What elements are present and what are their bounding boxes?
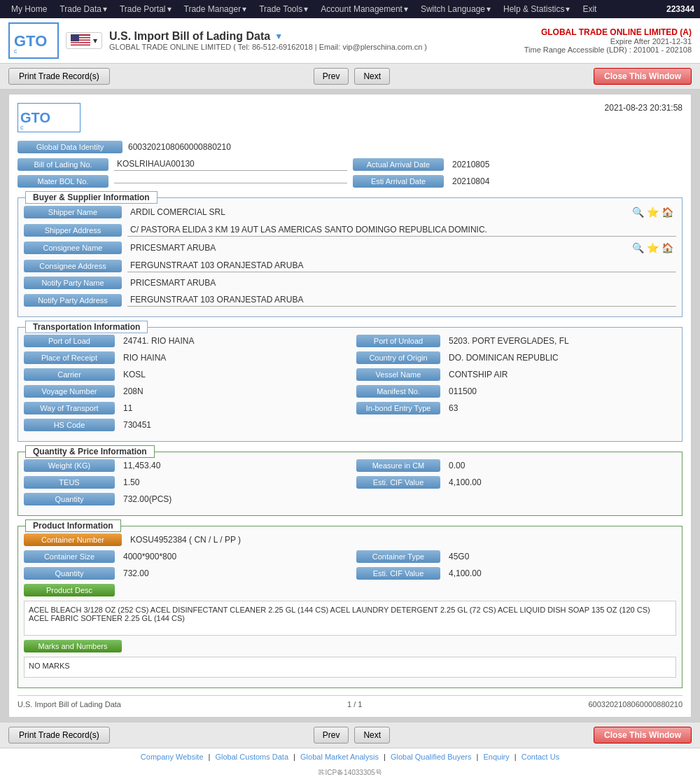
port-of-load-value: 24741. RIO HAINA bbox=[120, 335, 351, 347]
nav-account-management[interactable]: Account Management ▾ bbox=[315, 1, 414, 17]
nav-trade-tools[interactable]: Trade Tools ▾ bbox=[253, 1, 314, 17]
record-footer-right: 6003202108060000880210 bbox=[588, 700, 682, 708]
container-number-value: KOSU4952384 ( CN / L / PP ) bbox=[127, 533, 676, 546]
hs-code-value: 730451 bbox=[120, 419, 676, 431]
esti-arrival-label: Esti Arrival Date bbox=[353, 175, 444, 188]
contact-us-link[interactable]: Contact Us bbox=[522, 753, 559, 761]
quantity-row: Quantity 732.00(PCS) bbox=[24, 493, 676, 505]
shipper-home-icon[interactable]: 🏠 bbox=[662, 207, 673, 218]
svg-text:c: c bbox=[14, 48, 18, 55]
notify-party-address-value: FERGUNSTRAAT 103 ORANJESTAD ARUBA bbox=[127, 293, 676, 307]
global-data-identity-label: Global Data Identity bbox=[18, 141, 122, 153]
inbond-entry-label: In-bond Entry Type bbox=[356, 402, 440, 414]
page-header: GTO c ▾ U.S. Import Bill of Lading Data … bbox=[0, 18, 700, 64]
footer-links: Company Website | Global Customs Data | … bbox=[0, 748, 700, 765]
hs-code-row: HS Code 730451 bbox=[24, 419, 676, 431]
global-data-identity-row: Global Data Identity 6003202108060000880… bbox=[18, 141, 682, 153]
global-market-link[interactable]: Global Market Analysis bbox=[300, 753, 379, 761]
nav-menu: My Home Trade Data ▾ Trade Portal ▾ Trad… bbox=[6, 1, 602, 17]
port-load-unload-row: Port of Load 24741. RIO HAINA Port of Un… bbox=[24, 335, 676, 347]
bol-row: Bill of Lading No. KOSLRIHAUA00130 Actua… bbox=[18, 158, 682, 171]
icp-number: 苏ICP备14033305号 bbox=[3, 768, 697, 775]
nav-trade-data[interactable]: Trade Data ▾ bbox=[54, 1, 113, 17]
mater-bol-row: Mater BOL No. Esti Arrival Date 20210804 bbox=[18, 175, 682, 188]
consignee-star-icon[interactable]: ⭐ bbox=[647, 242, 659, 253]
shipper-star-icon[interactable]: ⭐ bbox=[647, 207, 659, 218]
voyage-number-label: Voyage Number bbox=[24, 385, 115, 398]
next-button-bottom[interactable]: Next bbox=[354, 727, 390, 743]
global-qualified-link[interactable]: Global Qualified Buyers bbox=[391, 753, 472, 761]
voyage-number-value: 208N bbox=[120, 385, 351, 398]
global-customs-link[interactable]: Global Customs Data bbox=[216, 753, 289, 761]
carrier-value: KOSL bbox=[120, 368, 351, 381]
quantity-price-section: Quantity & Price Information Weight (KG)… bbox=[18, 452, 682, 516]
notify-party-address-label: Notify Party Address bbox=[24, 294, 122, 307]
container-size-label: Container Size bbox=[24, 550, 115, 563]
prev-button-bottom[interactable]: Prev bbox=[314, 727, 349, 743]
product-quantity-value: 732.00 bbox=[120, 567, 351, 580]
prev-button-top[interactable]: Prev bbox=[314, 68, 349, 85]
place-of-receipt-value: RIO HAINA bbox=[120, 351, 351, 364]
nav-my-home[interactable]: My Home bbox=[6, 1, 52, 17]
shipper-search-icon[interactable]: 🔍 bbox=[632, 207, 644, 218]
transportation-section: Transportation Information Port of Load … bbox=[18, 327, 682, 442]
nav-trade-portal[interactable]: Trade Portal ▾ bbox=[114, 1, 177, 17]
weight-label: Weight (KG) bbox=[24, 459, 115, 472]
flag-dropdown-arrow: ▾ bbox=[93, 36, 97, 46]
nav-trade-manager[interactable]: Trade Manager ▾ bbox=[178, 1, 253, 17]
voyage-manifest-row: Voyage Number 208N Manifest No. 011500 bbox=[24, 385, 676, 398]
product-desc-value: ACEL BLEACH 3/128 OZ (252 CS) ACEL DISIN… bbox=[24, 601, 676, 636]
teus-cif-row: TEUS 1.50 Esti. CIF Value 4,100.00 bbox=[24, 476, 676, 489]
country-of-origin-label: Country of Origin bbox=[356, 351, 440, 364]
marks-row: Marks and Numbers bbox=[24, 640, 676, 652]
consignee-home-icon[interactable]: 🏠 bbox=[662, 242, 673, 253]
consignee-name-label: Consignee Name bbox=[24, 242, 122, 254]
notify-party-name-label: Notify Party Name bbox=[24, 277, 122, 289]
header-subtitle: GLOBAL TRADE ONLINE LIMITED ( Tel: 86-51… bbox=[109, 43, 427, 51]
consignee-address-row: Consignee Address FERGUNSTRAAT 103 ORANJ… bbox=[24, 259, 676, 272]
svg-text:GTO: GTO bbox=[20, 110, 50, 125]
print-button-bottom[interactable]: Print Trade Record(s) bbox=[8, 727, 110, 743]
global-data-identity-value: 6003202108060000880210 bbox=[122, 141, 237, 153]
enquiry-link[interactable]: Enquiry bbox=[483, 753, 509, 761]
svg-text:GTO: GTO bbox=[14, 32, 47, 50]
shipper-address-label: Shipper Address bbox=[24, 224, 122, 237]
close-button-top[interactable]: Close This Window bbox=[594, 68, 692, 85]
close-button-bottom[interactable]: Close This Window bbox=[594, 727, 692, 743]
vessel-name-value: CONTSHIP AIR bbox=[446, 368, 676, 381]
us-flag-icon bbox=[71, 34, 90, 47]
transport-inbond-row: Way of Transport 11 In-bond Entry Type 6… bbox=[24, 402, 676, 414]
top-nav-bar: My Home Trade Data ▾ Trade Portal ▾ Trad… bbox=[0, 0, 700, 18]
nav-switch-language[interactable]: Switch Language ▾ bbox=[415, 1, 496, 17]
container-type-value: 45G0 bbox=[446, 550, 676, 563]
bill-of-lading-label: Bill of Lading No. bbox=[18, 158, 108, 171]
inbond-entry-value: 63 bbox=[446, 402, 676, 414]
consignee-search-icon[interactable]: 🔍 bbox=[632, 242, 644, 253]
shipper-address-row: Shipper Address C/ PASTORA ELIDA 3 KM 19… bbox=[24, 223, 676, 237]
shipper-name-value: ARDIL COMERCIAL SRL bbox=[130, 207, 225, 217]
nav-help-statistics[interactable]: Help & Statistics ▾ bbox=[498, 1, 575, 17]
product-desc-label: Product Desc bbox=[24, 584, 115, 596]
record-header: GTO c 2021-08-23 20:31:58 bbox=[18, 103, 682, 132]
next-button-top[interactable]: Next bbox=[354, 68, 390, 85]
nav-exit[interactable]: Exit bbox=[577, 1, 602, 17]
time-range-info: Time Range Accessible (LDR) : 201001 - 2… bbox=[524, 46, 692, 54]
buyer-supplier-title: Buyer & Supplier Information bbox=[25, 191, 158, 204]
print-button-top[interactable]: Print Trade Record(s) bbox=[8, 68, 110, 85]
product-esti-cif-label: Esti. CIF Value bbox=[356, 567, 440, 580]
port-of-unload-label: Port of Unload bbox=[356, 335, 440, 347]
shipper-name-row: Shipper Name ARDIL COMERCIAL SRL 🔍 ⭐ 🏠 bbox=[24, 205, 676, 219]
quantity-qp-value: 732.00(PCS) bbox=[120, 493, 676, 505]
notify-party-name-value: PRICESMART ARUBA bbox=[127, 277, 676, 289]
company-logo: GTO c bbox=[13, 27, 55, 55]
actual-arrival-value: 20210805 bbox=[449, 158, 682, 171]
actual-arrival-label: Actual Arrival Date bbox=[353, 158, 444, 171]
measure-value: 0.00 bbox=[446, 459, 676, 472]
shipper-name-value-row: ARDIL COMERCIAL SRL 🔍 ⭐ 🏠 bbox=[127, 205, 676, 219]
flag-selector[interactable]: ▾ bbox=[66, 32, 102, 49]
carrier-vessel-row: Carrier KOSL Vessel Name CONTSHIP AIR bbox=[24, 368, 676, 381]
company-website-link[interactable]: Company Website bbox=[141, 753, 204, 761]
record-datetime: 2021-08-23 20:31:58 bbox=[605, 103, 682, 113]
header-title-block: U.S. Import Bill of Lading Data ▼ GLOBAL… bbox=[109, 30, 427, 51]
teus-label: TEUS bbox=[24, 476, 115, 489]
